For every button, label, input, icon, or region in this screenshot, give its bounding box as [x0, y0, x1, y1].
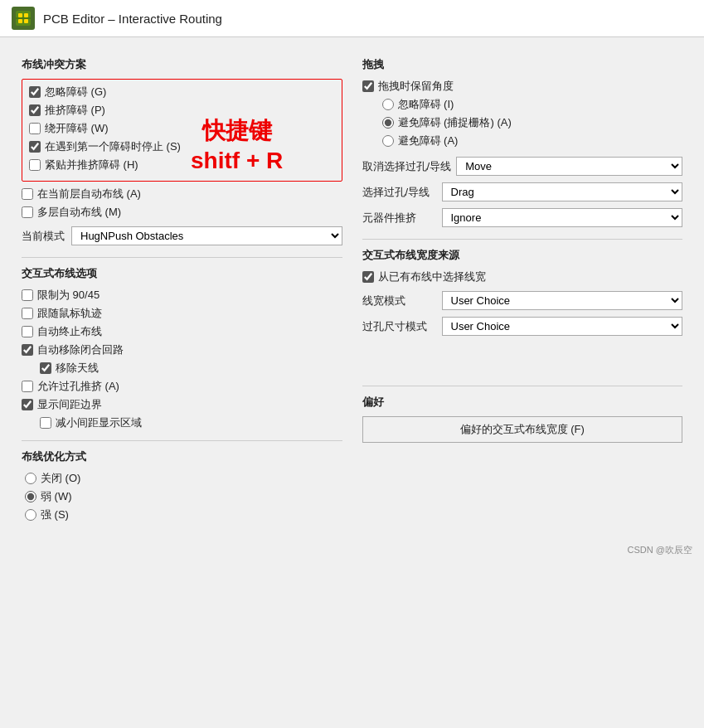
- pcb-icon: [14, 9, 32, 27]
- label-auto-route-current: 在当前层自动布线 (A): [37, 187, 141, 201]
- checkbox-paste-hug[interactable]: 紧贴并推挤障碍 (H): [29, 158, 335, 172]
- label-reduce-clearance-area: 减小间距显示区域: [56, 415, 142, 430]
- window-title: PCB Editor – Interactive Routing: [43, 12, 222, 26]
- conflict-box: 忽略障碍 (G) 推挤障碍 (P) 绕开障碍 (W) 在遇到第一个障碍时停止 (…: [22, 79, 342, 182]
- current-mode-row: 当前模式 HugNPush Obstacles Ignore Obstacles…: [22, 226, 342, 245]
- conflict-section-title: 布线冲突方案: [22, 57, 342, 72]
- label-auto-terminate: 自动终止布线: [37, 324, 102, 339]
- radio-opt-strong[interactable]: 强 (S): [25, 507, 342, 522]
- checkbox-walk-around[interactable]: 绕开障碍 (W): [29, 121, 335, 136]
- width-mode-label: 线宽模式: [362, 294, 437, 308]
- pref-section-title: 偏好: [362, 395, 683, 410]
- checkbox-limit-90-45[interactable]: 限制为 90/45: [22, 288, 342, 303]
- label-remove-antenna: 移除天线: [56, 361, 99, 376]
- label-show-clearance: 显示间距边界: [37, 397, 102, 412]
- deselect-via-label: 取消选择过孔/导线: [362, 159, 452, 174]
- checkbox-allow-via-push[interactable]: 允许过孔推挤 (A): [22, 379, 342, 394]
- component-push-select[interactable]: Move Drag Ignore: [442, 208, 683, 227]
- label-stop-at-first: 在遇到第一个障碍时停止 (S): [45, 139, 181, 154]
- left-panel: 布线冲突方案 忽略障碍 (G) 推挤障碍 (P) 绕开障碍 (W) 在遇到第一个…: [12, 49, 352, 534]
- checkbox-keep-angle[interactable]: 拖拽时保留角度: [362, 79, 683, 94]
- svg-rect-1: [18, 13, 22, 17]
- title-bar: PCB Editor – Interactive Routing: [0, 0, 704, 37]
- label-walk-around: 绕开障碍 (W): [45, 121, 109, 136]
- checkbox-push-obstacle[interactable]: 推挤障碍 (P): [29, 103, 335, 118]
- app-icon: [12, 7, 35, 30]
- select-via-row: 选择过孔/导线 Move Drag Ignore: [362, 182, 683, 201]
- radio-drag-avoid-capture[interactable]: 避免障碍 (捕捉栅格) (A): [382, 115, 683, 130]
- label-push-obstacle: 推挤障碍 (P): [45, 103, 105, 118]
- label-drag-avoid: 避免障碍 (A): [398, 133, 459, 148]
- width-mode-row: 线宽模式 User Choice Rule Minimum Rule Prefe…: [362, 291, 683, 310]
- checkbox-remove-antenna[interactable]: 移除天线: [40, 361, 342, 376]
- checkbox-ignore-obstacle[interactable]: 忽略障碍 (G): [29, 85, 335, 99]
- label-opt-off: 关闭 (O): [41, 471, 80, 486]
- mode-label: 当前模式: [22, 229, 65, 244]
- label-drag-ignore: 忽略障碍 (I): [398, 97, 454, 112]
- svg-rect-3: [18, 19, 22, 23]
- mode-select[interactable]: HugNPush Obstacles Ignore Obstacles Push…: [71, 226, 342, 245]
- checkbox-auto-terminate[interactable]: 自动终止布线: [22, 324, 342, 339]
- label-from-existing: 从已有布线中选择线宽: [378, 269, 486, 284]
- select-via-label: 选择过孔/导线: [362, 185, 437, 200]
- label-opt-weak: 弱 (W): [41, 489, 72, 504]
- label-allow-via-push: 允许过孔推挤 (A): [37, 379, 119, 394]
- select-via-select[interactable]: Move Drag Ignore: [442, 182, 683, 201]
- via-mode-label: 过孔尺寸模式: [362, 319, 437, 334]
- radio-opt-weak[interactable]: 弱 (W): [25, 489, 342, 504]
- routing-options-title: 交互式布线选项: [22, 257, 342, 281]
- radio-drag-avoid[interactable]: 避免障碍 (A): [382, 133, 683, 148]
- footer-text: CSDN @吹辰空: [628, 545, 692, 555]
- checkbox-follow-mouse[interactable]: 跟随鼠标轨迹: [22, 306, 342, 321]
- label-paste-hug: 紧贴并推挤障碍 (H): [45, 158, 138, 172]
- label-multi-layer-auto: 多层自动布线 (M): [37, 205, 121, 220]
- checkbox-show-clearance[interactable]: 显示间距边界: [22, 397, 342, 412]
- component-push-label: 元器件推挤: [362, 211, 437, 226]
- deselect-via-select[interactable]: Move Drag Ignore: [456, 157, 682, 176]
- footer: CSDN @吹辰空: [0, 541, 704, 561]
- width-source-title: 交互式布线宽度来源: [362, 248, 683, 263]
- width-source-section: 交互式布线宽度来源 从已有布线中选择线宽 线宽模式 User Choice Ru…: [362, 239, 683, 336]
- via-mode-select[interactable]: User Choice Rule Minimum Rule Preferred …: [442, 317, 683, 336]
- right-panel: 拖拽 拖拽时保留角度 忽略障碍 (I) 避免障碍 (捕捉栅格) (A) 避免障碍…: [352, 49, 693, 534]
- width-mode-select[interactable]: User Choice Rule Minimum Rule Preferred …: [442, 291, 683, 310]
- checkbox-auto-route-current[interactable]: 在当前层自动布线 (A): [22, 187, 342, 201]
- svg-rect-2: [24, 13, 28, 17]
- label-limit-90-45: 限制为 90/45: [37, 288, 100, 303]
- deselect-via-row: 取消选择过孔/导线 Move Drag Ignore: [362, 157, 683, 176]
- label-keep-angle: 拖拽时保留角度: [378, 79, 454, 94]
- via-mode-row: 过孔尺寸模式 User Choice Rule Minimum Rule Pre…: [362, 317, 683, 336]
- label-drag-avoid-capture: 避免障碍 (捕捉栅格) (A): [398, 115, 512, 130]
- label-follow-mouse: 跟随鼠标轨迹: [37, 306, 102, 321]
- checkbox-auto-remove-loops[interactable]: 自动移除闭合回路: [22, 342, 342, 357]
- svg-rect-4: [24, 19, 28, 23]
- radio-drag-ignore[interactable]: 忽略障碍 (I): [382, 97, 683, 112]
- checkbox-stop-at-first[interactable]: 在遇到第一个障碍时停止 (S): [29, 139, 335, 154]
- drag-section-title: 拖拽: [362, 57, 683, 72]
- component-push-row: 元器件推挤 Move Drag Ignore: [362, 208, 683, 227]
- pref-button[interactable]: 偏好的交互式布线宽度 (F): [362, 416, 683, 443]
- checkbox-reduce-clearance-area[interactable]: 减小间距显示区域: [40, 415, 342, 430]
- radio-opt-off[interactable]: 关闭 (O): [25, 471, 342, 486]
- label-opt-strong: 强 (S): [41, 507, 69, 522]
- checkbox-multi-layer-auto[interactable]: 多层自动布线 (M): [22, 205, 342, 220]
- checkbox-from-existing[interactable]: 从已有布线中选择线宽: [362, 269, 683, 284]
- label-ignore-obstacle: 忽略障碍 (G): [45, 85, 106, 99]
- optimize-title: 布线优化方式: [22, 440, 342, 464]
- label-auto-remove-loops: 自动移除闭合回路: [37, 342, 124, 357]
- pref-section: 偏好 偏好的交互式布线宽度 (F): [362, 386, 683, 443]
